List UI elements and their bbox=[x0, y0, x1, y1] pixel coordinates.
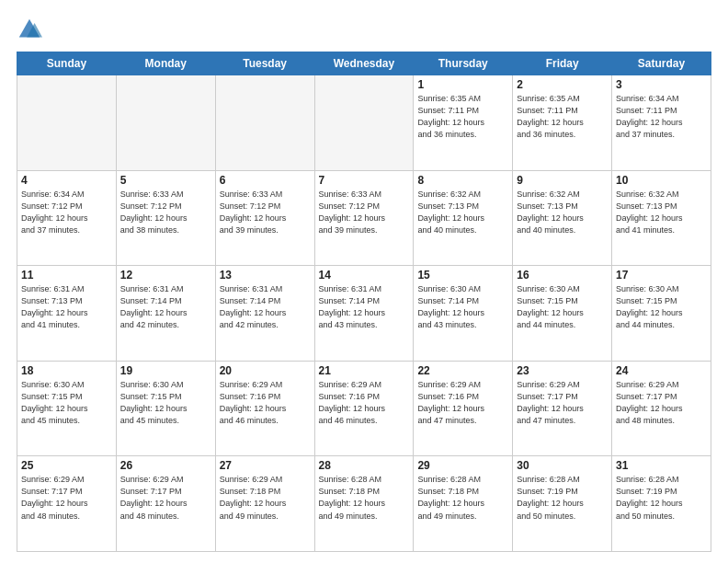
calendar-day-cell bbox=[17, 75, 117, 171]
calendar-day-cell: 21Sunrise: 6:29 AM Sunset: 7:16 PM Dayli… bbox=[314, 361, 414, 456]
col-wednesday: Wednesday bbox=[314, 52, 414, 75]
day-number: 23 bbox=[517, 364, 608, 377]
calendar-day-cell: 24Sunrise: 6:29 AM Sunset: 7:17 PM Dayli… bbox=[612, 361, 711, 456]
day-number: 19 bbox=[120, 364, 211, 377]
day-info-text: Sunrise: 6:29 AM Sunset: 7:16 PM Dayligh… bbox=[319, 379, 410, 427]
day-number: 28 bbox=[319, 459, 410, 472]
calendar-day-cell: 8Sunrise: 6:32 AM Sunset: 7:13 PM Daylig… bbox=[414, 170, 513, 266]
day-number: 13 bbox=[220, 269, 311, 282]
day-info-text: Sunrise: 6:30 AM Sunset: 7:15 PM Dayligh… bbox=[120, 379, 211, 427]
day-info-text: Sunrise: 6:30 AM Sunset: 7:15 PM Dayligh… bbox=[616, 283, 707, 331]
calendar-day-cell: 31Sunrise: 6:28 AM Sunset: 7:19 PM Dayli… bbox=[612, 456, 711, 552]
calendar-day-cell: 4Sunrise: 6:34 AM Sunset: 7:12 PM Daylig… bbox=[17, 170, 117, 266]
day-number: 17 bbox=[616, 269, 707, 282]
calendar-day-cell: 27Sunrise: 6:29 AM Sunset: 7:18 PM Dayli… bbox=[215, 456, 314, 552]
day-info-text: Sunrise: 6:30 AM Sunset: 7:14 PM Dayligh… bbox=[417, 283, 508, 331]
calendar-header-row: Sunday Monday Tuesday Wednesday Thursday… bbox=[17, 52, 711, 75]
day-number: 18 bbox=[21, 364, 112, 377]
day-info-text: Sunrise: 6:31 AM Sunset: 7:14 PM Dayligh… bbox=[120, 283, 211, 331]
day-number: 15 bbox=[417, 269, 508, 282]
day-info-text: Sunrise: 6:32 AM Sunset: 7:13 PM Dayligh… bbox=[417, 189, 508, 236]
col-thursday: Thursday bbox=[414, 52, 513, 75]
calendar-day-cell: 6Sunrise: 6:33 AM Sunset: 7:12 PM Daylig… bbox=[215, 170, 314, 266]
calendar-day-cell: 26Sunrise: 6:29 AM Sunset: 7:17 PM Dayli… bbox=[116, 456, 215, 552]
day-info-text: Sunrise: 6:32 AM Sunset: 7:13 PM Dayligh… bbox=[616, 189, 707, 236]
calendar-day-cell: 14Sunrise: 6:31 AM Sunset: 7:14 PM Dayli… bbox=[314, 266, 414, 362]
calendar-day-cell: 30Sunrise: 6:28 AM Sunset: 7:19 PM Dayli… bbox=[513, 456, 612, 552]
calendar-day-cell: 5Sunrise: 6:33 AM Sunset: 7:12 PM Daylig… bbox=[116, 170, 215, 266]
day-number: 5 bbox=[120, 174, 211, 187]
day-info-text: Sunrise: 6:31 AM Sunset: 7:14 PM Dayligh… bbox=[319, 283, 410, 331]
col-saturday: Saturday bbox=[612, 52, 711, 75]
day-info-text: Sunrise: 6:31 AM Sunset: 7:14 PM Dayligh… bbox=[220, 283, 311, 331]
day-number: 26 bbox=[120, 459, 211, 472]
day-info-text: Sunrise: 6:28 AM Sunset: 7:18 PM Dayligh… bbox=[319, 474, 410, 522]
calendar-day-cell: 16Sunrise: 6:30 AM Sunset: 7:15 PM Dayli… bbox=[513, 266, 612, 362]
calendar-day-cell: 17Sunrise: 6:30 AM Sunset: 7:15 PM Dayli… bbox=[612, 266, 711, 362]
calendar-table: Sunday Monday Tuesday Wednesday Thursday… bbox=[17, 52, 711, 552]
day-info-text: Sunrise: 6:28 AM Sunset: 7:18 PM Dayligh… bbox=[417, 474, 508, 522]
day-info-text: Sunrise: 6:33 AM Sunset: 7:12 PM Dayligh… bbox=[220, 189, 311, 236]
day-info-text: Sunrise: 6:28 AM Sunset: 7:19 PM Dayligh… bbox=[517, 474, 608, 522]
day-info-text: Sunrise: 6:31 AM Sunset: 7:13 PM Dayligh… bbox=[21, 283, 112, 331]
day-number: 14 bbox=[319, 269, 410, 282]
day-number: 29 bbox=[417, 459, 508, 472]
day-info-text: Sunrise: 6:28 AM Sunset: 7:19 PM Dayligh… bbox=[616, 474, 707, 522]
day-number: 4 bbox=[21, 174, 112, 187]
calendar-week-row: 4Sunrise: 6:34 AM Sunset: 7:12 PM Daylig… bbox=[17, 170, 711, 266]
day-number: 31 bbox=[616, 459, 707, 472]
col-tuesday: Tuesday bbox=[215, 52, 314, 75]
day-number: 11 bbox=[21, 269, 112, 282]
calendar-day-cell: 22Sunrise: 6:29 AM Sunset: 7:16 PM Dayli… bbox=[414, 361, 513, 456]
calendar-day-cell: 12Sunrise: 6:31 AM Sunset: 7:14 PM Dayli… bbox=[116, 266, 215, 362]
calendar-week-row: 11Sunrise: 6:31 AM Sunset: 7:13 PM Dayli… bbox=[17, 266, 711, 362]
calendar-week-row: 1Sunrise: 6:35 AM Sunset: 7:11 PM Daylig… bbox=[17, 75, 711, 171]
calendar-day-cell: 9Sunrise: 6:32 AM Sunset: 7:13 PM Daylig… bbox=[513, 170, 612, 266]
calendar-day-cell: 20Sunrise: 6:29 AM Sunset: 7:16 PM Dayli… bbox=[215, 361, 314, 456]
day-info-text: Sunrise: 6:29 AM Sunset: 7:16 PM Dayligh… bbox=[417, 379, 508, 427]
calendar-week-row: 25Sunrise: 6:29 AM Sunset: 7:17 PM Dayli… bbox=[17, 456, 711, 552]
calendar-day-cell: 18Sunrise: 6:30 AM Sunset: 7:15 PM Dayli… bbox=[17, 361, 117, 456]
calendar-day-cell: 10Sunrise: 6:32 AM Sunset: 7:13 PM Dayli… bbox=[612, 170, 711, 266]
logo bbox=[17, 17, 44, 42]
col-monday: Monday bbox=[116, 52, 215, 75]
calendar-day-cell: 3Sunrise: 6:34 AM Sunset: 7:11 PM Daylig… bbox=[612, 75, 711, 171]
day-number: 27 bbox=[220, 459, 311, 472]
day-info-text: Sunrise: 6:29 AM Sunset: 7:17 PM Dayligh… bbox=[517, 379, 608, 427]
day-number: 22 bbox=[417, 364, 508, 377]
logo-icon bbox=[17, 17, 42, 42]
day-info-text: Sunrise: 6:34 AM Sunset: 7:12 PM Dayligh… bbox=[21, 189, 112, 236]
calendar-day-cell: 19Sunrise: 6:30 AM Sunset: 7:15 PM Dayli… bbox=[116, 361, 215, 456]
col-sunday: Sunday bbox=[17, 52, 117, 75]
calendar-day-cell: 11Sunrise: 6:31 AM Sunset: 7:13 PM Dayli… bbox=[17, 266, 117, 362]
calendar-day-cell: 1Sunrise: 6:35 AM Sunset: 7:11 PM Daylig… bbox=[414, 75, 513, 171]
day-info-text: Sunrise: 6:30 AM Sunset: 7:15 PM Dayligh… bbox=[517, 283, 608, 331]
calendar-day-cell bbox=[314, 75, 414, 171]
calendar-day-cell: 2Sunrise: 6:35 AM Sunset: 7:11 PM Daylig… bbox=[513, 75, 612, 171]
day-number: 12 bbox=[120, 269, 211, 282]
day-info-text: Sunrise: 6:30 AM Sunset: 7:15 PM Dayligh… bbox=[21, 379, 112, 427]
day-number: 8 bbox=[417, 174, 508, 187]
calendar-day-cell: 13Sunrise: 6:31 AM Sunset: 7:14 PM Dayli… bbox=[215, 266, 314, 362]
col-friday: Friday bbox=[513, 52, 612, 75]
day-number: 21 bbox=[319, 364, 410, 377]
calendar-day-cell: 25Sunrise: 6:29 AM Sunset: 7:17 PM Dayli… bbox=[17, 456, 117, 552]
calendar-week-row: 18Sunrise: 6:30 AM Sunset: 7:15 PM Dayli… bbox=[17, 361, 711, 456]
day-number: 6 bbox=[220, 174, 311, 187]
day-number: 9 bbox=[517, 174, 608, 187]
day-number: 10 bbox=[616, 174, 707, 187]
calendar-day-cell: 23Sunrise: 6:29 AM Sunset: 7:17 PM Dayli… bbox=[513, 361, 612, 456]
day-info-text: Sunrise: 6:29 AM Sunset: 7:17 PM Dayligh… bbox=[616, 379, 707, 427]
calendar-day-cell: 29Sunrise: 6:28 AM Sunset: 7:18 PM Dayli… bbox=[414, 456, 513, 552]
day-info-text: Sunrise: 6:33 AM Sunset: 7:12 PM Dayligh… bbox=[120, 189, 211, 236]
calendar-day-cell: 15Sunrise: 6:30 AM Sunset: 7:14 PM Dayli… bbox=[414, 266, 513, 362]
day-info-text: Sunrise: 6:34 AM Sunset: 7:11 PM Dayligh… bbox=[616, 93, 707, 141]
day-number: 24 bbox=[616, 364, 707, 377]
calendar-day-cell bbox=[215, 75, 314, 171]
day-info-text: Sunrise: 6:33 AM Sunset: 7:12 PM Dayligh… bbox=[319, 189, 410, 236]
header bbox=[17, 17, 711, 42]
day-info-text: Sunrise: 6:29 AM Sunset: 7:17 PM Dayligh… bbox=[21, 474, 112, 522]
day-info-text: Sunrise: 6:35 AM Sunset: 7:11 PM Dayligh… bbox=[517, 93, 608, 141]
page: Sunday Monday Tuesday Wednesday Thursday… bbox=[0, 0, 728, 563]
day-info-text: Sunrise: 6:29 AM Sunset: 7:16 PM Dayligh… bbox=[220, 379, 311, 427]
